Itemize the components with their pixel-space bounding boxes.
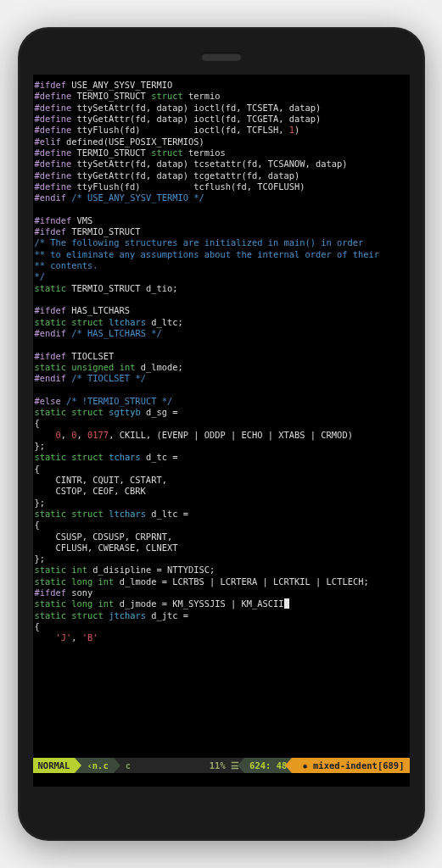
code-line: #elif defined(USE_POSIX_TERMIOS) <box>35 136 408 147</box>
code-line: ** to eliminate any assumptions about th… <box>35 249 408 260</box>
vim-statusline: NORMAL ‹n.c c 11% ☰ 624: 48 ✹ mixed-inde… <box>33 758 410 773</box>
code-line: ** contents. <box>35 260 408 271</box>
code-line: /* The following structures are initiali… <box>35 237 408 248</box>
code-line: CFLUSH, CWERASE, CLNEXT <box>35 542 408 554</box>
code-line <box>35 339 408 350</box>
code-line: static long int d_lmode = LCRTBS | LCRTE… <box>35 576 408 587</box>
code-line <box>35 644 408 655</box>
code-line: CINTR, CQUIT, CSTART, <box>35 475 408 486</box>
code-line: static struct tchars d_tc = <box>35 452 408 463</box>
code-line: 'J', 'B' <box>35 632 408 643</box>
command-line[interactable] <box>33 773 410 787</box>
code-line: }; <box>35 498 408 509</box>
code-line: #ifdef HAS_LTCHARS <box>35 305 408 316</box>
code-line: }; <box>35 441 408 452</box>
code-line: static struct ltchars d_ltc = <box>35 509 408 520</box>
code-line: #ifdef TERMIO_STRUCT <box>35 226 408 237</box>
code-line: }; <box>35 554 408 565</box>
code-line: #endif /* TIOCLSET */ <box>35 373 408 384</box>
code-line: #endif /* HAS_LTCHARS */ <box>35 328 408 339</box>
code-line: #define ttyGetAttr(fd, datap) tcgetattr(… <box>35 170 408 181</box>
code-line: #define ttyFlush(fd) ioctl(fd, TCFLSH, 1… <box>35 125 408 136</box>
code-line: #define ttySetAttr(fd, datap) tcsetattr(… <box>35 159 408 170</box>
code-line: #define TERMIO_STRUCT struct termio <box>35 91 408 102</box>
code-line: static struct ltchars d_ltc; <box>35 317 408 328</box>
code-line: #ifndef VMS <box>35 215 408 226</box>
code-line: CSTOP, CEOF, CBRK <box>35 486 408 497</box>
code-line: static TERMIO_STRUCT d_tio; <box>35 283 408 294</box>
code-line <box>35 294 408 305</box>
status-warning: ✹ mixed-indent[689] <box>292 758 409 773</box>
code-line: { <box>35 464 408 475</box>
code-line: #define ttyFlush(fd) tcflush(fd, TCOFLUS… <box>35 181 408 192</box>
code-line: */ <box>35 271 408 282</box>
warning-icon: ✹ <box>302 760 307 771</box>
code-line: #endif /* USE_ANY_SYSV_TERMIO */ <box>35 192 408 203</box>
code-line: static struct sgttyb d_sg = <box>35 407 408 418</box>
code-line: #define ttyGetAttr(fd, datap) ioctl(fd, … <box>35 114 408 125</box>
code-line: static unsigned int d_lmode; <box>35 362 408 373</box>
code-line: { <box>35 621 408 632</box>
code-line: #define ttySetAttr(fd, datap) ioctl(fd, … <box>35 103 408 114</box>
code-line: #ifdef sony <box>35 587 408 598</box>
code-line <box>35 203 408 214</box>
speaker-grille <box>201 53 242 61</box>
code-line: #else /* !TERMIO_STRUCT */ <box>35 396 408 407</box>
code-line: { <box>35 418 408 429</box>
code-line: static int d_disipline = NTTYDISC; <box>35 565 408 576</box>
phone-frame: #ifdef USE_ANY_SYSV_TERMIO#define TERMIO… <box>18 27 425 841</box>
status-spacer <box>136 758 204 773</box>
code-line: 0, 0, 0177, CKILL, (EVENP | ODDP | ECHO … <box>35 430 408 441</box>
code-line: CSUSP, CDSUSP, CRPRNT, <box>35 531 408 542</box>
terminal-screen[interactable]: #ifdef USE_ANY_SYSV_TERMIO#define TERMIO… <box>33 75 410 787</box>
code-line: { <box>35 520 408 531</box>
code-line: #ifdef USE_ANY_SYSV_TERMIO <box>35 80 408 91</box>
code-editor[interactable]: #ifdef USE_ANY_SYSV_TERMIO#define TERMIO… <box>33 75 410 758</box>
status-mode: NORMAL <box>33 758 76 773</box>
code-line <box>35 384 408 395</box>
code-line: static struct jtchars d_jtc = <box>35 610 408 621</box>
code-line: static long int d_jmode = KM_SYSSJIS | K… <box>35 598 408 609</box>
code-line: #define TERMIO_STRUCT struct termios <box>35 147 408 159</box>
code-line: #ifdef TIOCLSET <box>35 351 408 362</box>
